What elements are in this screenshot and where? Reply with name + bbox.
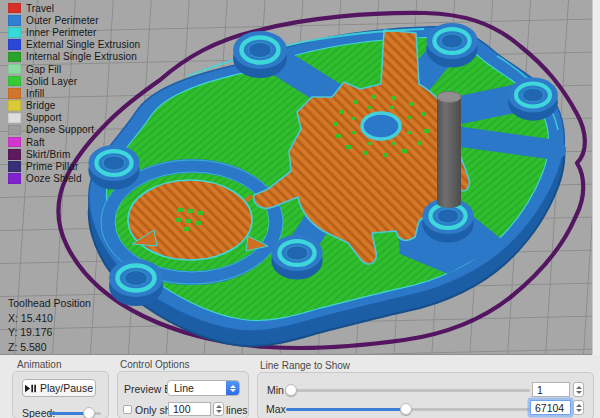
legend-item-infill: Infill (8, 87, 140, 99)
animation-group-title: Animation (17, 359, 61, 370)
min-slider-handle[interactable] (285, 384, 297, 396)
legend-item-label: Inner Perimeter (26, 27, 96, 38)
hub-center-hole (362, 113, 400, 139)
only-show-checkbox[interactable] (123, 405, 132, 414)
support-swatch (8, 113, 21, 124)
legend-item-label: Ooze Shield (26, 173, 82, 184)
preview-by-selected-value: Line (168, 382, 226, 394)
legend-item-external-single-extrusion: External Single Extrusion (8, 39, 140, 51)
legend-item-travel: Travel (8, 2, 140, 14)
skirt-brim-swatch (8, 149, 21, 160)
legend-item-support: Support (8, 112, 140, 124)
legend-item-label: Gap Fill (26, 64, 61, 75)
legend-item-label: Raft (26, 137, 45, 148)
legend-item-label: Bridge (26, 100, 56, 111)
bridge-swatch (8, 100, 21, 111)
legend-item-gap-fill: Gap Fill (8, 63, 140, 75)
min-label: Min (267, 384, 284, 396)
max-label: Max (266, 403, 286, 415)
play-pause-icon (25, 384, 36, 393)
dense-support-swatch (8, 125, 21, 136)
min-slider-track[interactable] (286, 389, 530, 392)
toolhead-y-value: Y: 19.176 (8, 325, 91, 340)
infill-swatch (8, 88, 21, 99)
play-pause-label: Play/Pause (40, 382, 93, 394)
legend-item-solid-layer: Solid Layer (8, 75, 140, 87)
lines-label: lines (226, 404, 248, 416)
legend-item-inner-perimeter: Inner Perimeter (8, 26, 140, 38)
preview-viewport[interactable]: Travel Outer Perimeter Inner Perimeter E… (0, 0, 592, 355)
legend-item-internal-single-extrusion: Internal Single Extrusion (8, 51, 140, 63)
min-line-stepper[interactable] (573, 382, 584, 397)
only-show-stepper[interactable] (213, 402, 224, 416)
legend-item-ooze-shield: Ooze Shield (8, 173, 140, 185)
legend-item-label: Support (26, 112, 62, 123)
legend-item-label: Travel (26, 3, 54, 14)
max-line-slider[interactable] (286, 403, 530, 416)
legend-item-outer-perimeter: Outer Perimeter (8, 14, 140, 26)
internal-single-extrusion-swatch (8, 52, 21, 63)
legend-item-label: Internal Single Extrusion (26, 51, 137, 62)
legend-item-label: Solid Layer (26, 76, 77, 87)
max-slider-handle[interactable] (400, 403, 412, 415)
legend-item-dense-support: Dense Support (8, 124, 140, 136)
raft-swatch (8, 137, 21, 148)
max-line-stepper[interactable] (573, 400, 584, 415)
only-show-lines-input[interactable] (168, 402, 211, 416)
speed-slider-handle[interactable] (83, 407, 95, 418)
animation-group: Play/Pause Speed: (12, 371, 109, 418)
max-slider-fill (286, 408, 406, 411)
outer-perimeter-swatch (8, 15, 21, 26)
max-line-input[interactable] (530, 400, 571, 415)
gap-fill-swatch (8, 64, 21, 75)
min-line-slider[interactable] (286, 384, 530, 397)
line-range-group-title: Line Range to Show (260, 360, 350, 371)
control-options-group: Preview By Line Only show lines (117, 371, 249, 418)
min-line-input[interactable] (532, 382, 570, 397)
speed-slider[interactable] (49, 407, 101, 418)
legend-item-label: Skirt/Brim (26, 149, 70, 160)
legend-item-label: Dense Support (26, 124, 94, 135)
support-pillar (437, 92, 461, 209)
legend-item-label: External Single Extrusion (26, 39, 140, 50)
legend-item-skirt-brim: Skirt/Brim (8, 148, 140, 160)
legend-item-label: Infill (26, 88, 44, 99)
dropdown-stepper-icon (226, 381, 239, 395)
legend-item-bridge: Bridge (8, 100, 140, 112)
legend-item-label: Outer Perimeter (26, 15, 99, 26)
legend-item-raft: Raft (8, 136, 140, 148)
preview-by-dropdown[interactable]: Line (167, 380, 240, 396)
ooze-shield-swatch (8, 173, 21, 184)
window-edge-strip (592, 0, 600, 354)
inner-perimeter-swatch (8, 27, 21, 38)
toolhead-position-readout: Toolhead Position X: 15.410 Y: 19.176 Z:… (8, 296, 91, 354)
preview-controls-panel: Animation Control Options Line Range to … (0, 355, 600, 418)
prime-pillar-swatch (8, 161, 21, 172)
travel-swatch (8, 3, 21, 14)
external-single-extrusion-swatch (8, 39, 21, 50)
legend-item-prime-pillar: Prime Pillar (8, 160, 140, 172)
play-pause-button[interactable]: Play/Pause (22, 379, 96, 397)
layer-type-legend: Travel Outer Perimeter Inner Perimeter E… (8, 2, 140, 185)
solid-layer-swatch (8, 76, 21, 87)
control-options-group-title: Control Options (120, 359, 189, 370)
slicer-preview-window: Travel Outer Perimeter Inner Perimeter E… (0, 0, 600, 418)
toolhead-z-value: Z: 5.580 (8, 340, 91, 355)
toolhead-position-title: Toolhead Position (8, 296, 91, 311)
legend-item-label: Prime Pillar (26, 161, 78, 172)
line-range-group: Min Max (257, 372, 594, 418)
toolhead-x-value: X: 15.410 (8, 311, 91, 326)
